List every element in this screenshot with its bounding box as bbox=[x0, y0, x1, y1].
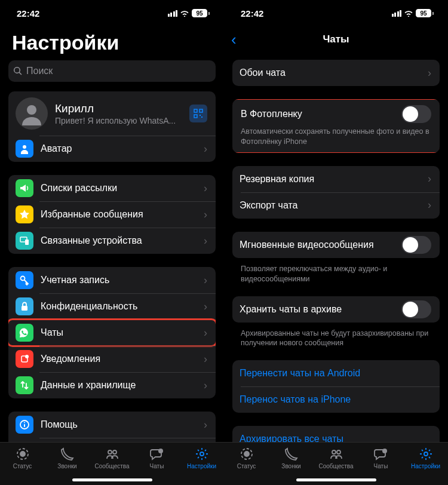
search-input[interactable]: Поиск bbox=[8, 60, 216, 82]
backup-group: Резервная копия›Экспорт чата› bbox=[232, 166, 440, 219]
wallpaper-group: Обои чата › bbox=[232, 60, 440, 86]
transfer-row[interactable]: Перенос чатов на iPhone bbox=[232, 386, 440, 413]
chevron-icon: › bbox=[428, 67, 431, 79]
battery-icon: 95 bbox=[192, 9, 210, 17]
svg-point-21 bbox=[200, 452, 204, 456]
backup-row[interactable]: Экспорт чата› bbox=[232, 192, 440, 219]
photoroll-toggle[interactable] bbox=[401, 105, 431, 123]
settings-row-info[interactable]: Помощь› bbox=[8, 412, 216, 438]
photoroll-row[interactable]: В Фотопленку Автоматически сохранять пол… bbox=[232, 99, 440, 153]
settings-row-devices[interactable]: Связанные устройства› bbox=[8, 228, 216, 254]
archive-row[interactable]: Хранить чаты в архиве bbox=[232, 296, 440, 323]
svg-rect-15 bbox=[24, 424, 25, 427]
chevron-icon: › bbox=[204, 208, 207, 221]
chats-content: Обои чата › В Фотопленку Автоматически с… bbox=[224, 60, 448, 442]
settings-row-arrows[interactable]: Данные и хранилище› bbox=[8, 372, 216, 398]
whatsapp-icon bbox=[16, 324, 33, 342]
chats-icon bbox=[149, 446, 165, 462]
action-row[interactable]: Архивировать все чаты bbox=[232, 426, 440, 442]
instant-video-row[interactable]: Мгновенные видеосообщения bbox=[232, 232, 440, 258]
tab-status[interactable]: Статус bbox=[224, 446, 269, 485]
svg-point-19 bbox=[113, 450, 116, 454]
arrows-icon bbox=[16, 376, 33, 394]
settings-row-megaphone[interactable]: Списки рассылки› bbox=[8, 175, 216, 201]
status-indicators: 95 bbox=[392, 9, 434, 17]
svg-point-0 bbox=[27, 105, 36, 115]
page-title: Настройки bbox=[12, 31, 216, 54]
profile-row[interactable]: Кирилл Привет! Я использую WhatsA... bbox=[8, 91, 216, 136]
svg-point-6 bbox=[23, 145, 26, 149]
signal-icon bbox=[392, 10, 402, 17]
key-icon bbox=[16, 271, 33, 289]
chevron-icon: › bbox=[204, 235, 207, 247]
calls-icon bbox=[284, 446, 299, 462]
settings-content: Настройки Поиск Кирилл Привет! Я использ… bbox=[0, 26, 224, 442]
star-icon bbox=[16, 205, 33, 223]
chevron-icon: › bbox=[204, 182, 207, 195]
signal-icon bbox=[168, 10, 178, 17]
home-indicator bbox=[296, 478, 376, 481]
svg-rect-2 bbox=[200, 109, 202, 112]
svg-point-18 bbox=[108, 450, 112, 454]
status-bar: 22:42 95 bbox=[0, 0, 224, 26]
bell-icon bbox=[16, 350, 33, 368]
profile-name: Кирилл bbox=[55, 102, 189, 115]
svg-point-23 bbox=[244, 452, 249, 456]
svg-rect-8 bbox=[25, 240, 29, 245]
back-button[interactable]: ‹ bbox=[231, 30, 237, 49]
actions-group: Архивировать все чатыОчистить все чатыУд… bbox=[232, 426, 440, 442]
transfer-row[interactable]: Перенести чаты на Android bbox=[232, 360, 440, 386]
chevron-icon: › bbox=[204, 274, 207, 287]
settings-screen: 22:42 95 Настройки Поиск Кирилл Привет! … bbox=[0, 0, 224, 485]
chevron-icon: › bbox=[204, 300, 207, 313]
status-time: 22:42 bbox=[241, 8, 263, 19]
chats-icon bbox=[373, 446, 389, 462]
nav-header: ‹ Чаты bbox=[224, 26, 448, 53]
instant-group: Мгновенные видеосообщения bbox=[232, 232, 440, 258]
svg-rect-3 bbox=[194, 115, 197, 118]
avatar-row[interactable]: Аватар › bbox=[8, 136, 216, 162]
status-icon bbox=[15, 446, 30, 462]
nav-title: Чаты bbox=[323, 33, 349, 45]
settings-group-1: Списки рассылки›Избранные сообщения›Связ… bbox=[8, 175, 216, 254]
settings-row-key[interactable]: Учетная запись› bbox=[8, 267, 216, 293]
svg-point-27 bbox=[424, 452, 428, 456]
tab-settings[interactable]: Настройки bbox=[179, 446, 224, 485]
svg-point-26 bbox=[382, 449, 387, 453]
photoroll-group: В Фотопленку Автоматически сохранять пол… bbox=[232, 99, 440, 153]
svg-point-12 bbox=[25, 355, 29, 358]
backup-row[interactable]: Резервная копия› bbox=[232, 166, 440, 192]
avatar-icon bbox=[16, 97, 48, 130]
wallpaper-row[interactable]: Обои чата › bbox=[232, 60, 440, 86]
settings-row-whatsapp[interactable]: Чаты› bbox=[8, 320, 216, 346]
settings-row-lock[interactable]: Конфиденциальность› bbox=[8, 293, 216, 320]
svg-rect-4 bbox=[200, 115, 201, 116]
chevron-icon: › bbox=[428, 173, 431, 185]
megaphone-icon bbox=[16, 179, 33, 197]
profile-group: Кирилл Привет! Я использую WhatsA... Ава… bbox=[8, 91, 216, 162]
svg-point-24 bbox=[332, 450, 336, 454]
svg-rect-5 bbox=[201, 116, 202, 118]
qr-icon[interactable] bbox=[189, 105, 207, 122]
status-time: 22:42 bbox=[17, 8, 39, 19]
settings-row-bell[interactable]: Уведомления› bbox=[8, 346, 216, 372]
communities-icon bbox=[105, 446, 120, 462]
settings-row-heart[interactable]: Рассказать другу› bbox=[8, 438, 216, 442]
settings-row-star[interactable]: Избранные сообщения› bbox=[8, 201, 216, 228]
settings-icon bbox=[418, 446, 434, 462]
archive-toggle[interactable] bbox=[401, 300, 431, 318]
chevron-icon: › bbox=[204, 143, 207, 155]
status-icon bbox=[239, 446, 254, 462]
devices-icon bbox=[16, 232, 33, 250]
status-bar: 22:42 95 bbox=[224, 0, 448, 26]
battery-icon: 95 bbox=[416, 9, 434, 17]
tab-status[interactable]: Статус bbox=[0, 446, 45, 485]
svg-point-20 bbox=[158, 449, 163, 453]
search-icon bbox=[13, 66, 23, 76]
tab-settings[interactable]: Настройки bbox=[403, 446, 448, 485]
chevron-icon: › bbox=[204, 353, 207, 366]
lock-icon bbox=[16, 297, 33, 315]
chevron-icon: › bbox=[204, 327, 207, 339]
instant-toggle[interactable] bbox=[401, 236, 431, 254]
settings-group-3: Помощь›Рассказать другу› bbox=[8, 412, 216, 442]
